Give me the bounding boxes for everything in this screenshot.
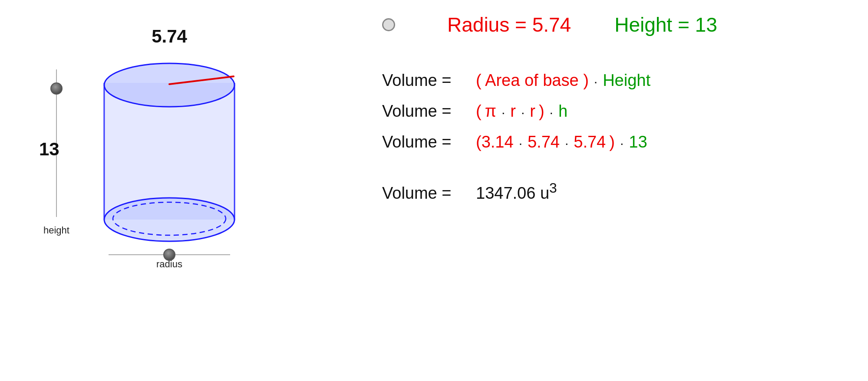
left-panel: height 5.74 13 (0, 0, 347, 381)
formula-row2-r1: r (510, 102, 516, 121)
right-panel: Radius = 5.74 Height = 13 Volume = ( Are… (356, 0, 868, 381)
formula-row-4: Volume = 1347.06 u3 (382, 180, 842, 203)
formula-section: Volume = ( Area of base ) · Height Volum… (382, 71, 842, 203)
formula-row3-dot2: · (563, 136, 570, 151)
formula-row3-content: (3.14 · 5.74 · 5.74 ) · 13 (476, 133, 647, 151)
formula-row3-h: 13 (629, 133, 647, 151)
formula-row2-close-paren: ) (539, 102, 545, 121)
formula-row1-height: Height (603, 71, 650, 90)
volume-unit: u3 (540, 184, 557, 202)
cylinder-area: 5.74 13 radius (87, 26, 252, 270)
height-slider-thumb[interactable] (50, 82, 63, 95)
radius-slider-container: radius (109, 254, 230, 270)
formula-row2-content: ( π · r · r ) · h (476, 102, 568, 121)
formula-row2-r2: r (530, 102, 535, 121)
formula-row3-dot3: · (618, 136, 625, 151)
formula-row1-content: ( Area of base ) · Height (476, 71, 650, 90)
formula-row3-dot1: · (517, 136, 524, 151)
formula-row2-lhs: Volume = (382, 102, 469, 121)
formula-row1-lhs: Volume = (382, 71, 469, 90)
formula-row2-open-paren: ( (476, 102, 482, 121)
cylinder-svg (96, 50, 243, 250)
formula-row3-r2: 5.74 (574, 133, 606, 151)
formula-row-3: Volume = (3.14 · 5.74 · 5.74 ) · 13 (382, 133, 842, 151)
volume-result-value: 1347.06 u3 (476, 180, 557, 203)
formula-row2-pi: π (485, 102, 496, 121)
formula-row1-area-of-base: ( Area of base ) (476, 71, 589, 90)
top-params: Radius = 5.74 Height = 13 (382, 9, 842, 36)
formula-row4-lhs: Volume = (382, 184, 469, 203)
radius-slider-thumb[interactable] (163, 249, 175, 261)
radius-slider-track (109, 254, 230, 255)
svg-point-3 (104, 63, 234, 107)
radius-display-value: 5.74 (152, 26, 187, 47)
formula-row2-dot3: · (548, 105, 555, 120)
formula-row-2: Volume = ( π · r · r ) · h (382, 102, 842, 121)
formula-row2-h: h (558, 102, 568, 121)
formula-row1-dot: · (592, 75, 599, 88)
param-height-display: Height = 13 (614, 13, 717, 36)
formula-row-1: Volume = ( Area of base ) · Height (382, 71, 842, 90)
height-display-value: 13 (39, 139, 59, 160)
height-slider-label: height (43, 225, 69, 236)
formula-row2-dot1: · (500, 105, 507, 120)
formula-row3-r1: 5.74 (528, 133, 560, 151)
indicator-circle (382, 18, 395, 31)
formula-row4-content: 1347.06 u3 (476, 180, 557, 203)
formula-row3-close-paren: ) (609, 133, 615, 151)
superscript-3: 3 (549, 180, 557, 196)
formula-row2-dot2: · (519, 105, 526, 120)
formula-row3-open-paren: (3.14 (476, 133, 514, 151)
formula-row3-lhs: Volume = (382, 133, 469, 151)
param-radius-display: Radius = 5.74 (447, 13, 571, 36)
